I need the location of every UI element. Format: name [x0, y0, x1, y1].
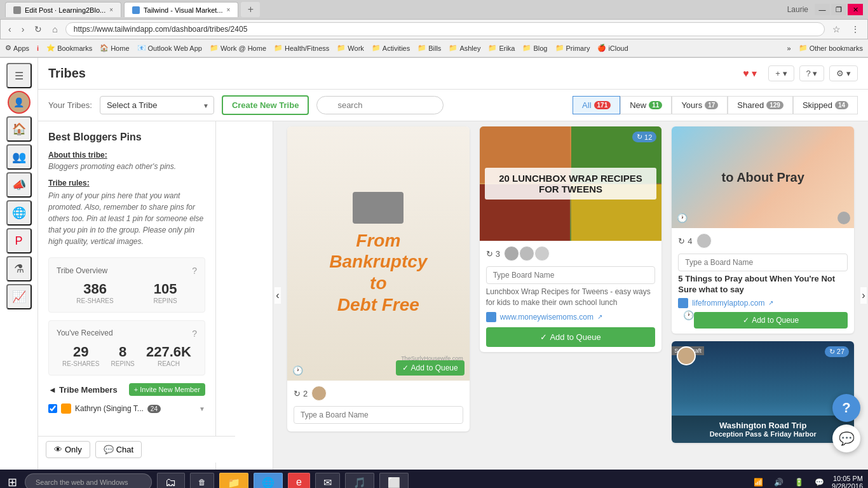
add-queue-btn-3[interactable]: ✓ Add to Queue: [694, 312, 848, 329]
bookmark-home[interactable]: 🏠 Home: [100, 44, 129, 52]
bookmark-bills[interactable]: 📁 Bills: [417, 44, 441, 52]
globe-nav-icon[interactable]: 🌐: [6, 200, 32, 226]
only-btn[interactable]: 👁 Only: [46, 441, 90, 458]
bookmark-work-home[interactable]: 📁 Work @ Home: [210, 44, 266, 52]
filter-tab-skipped[interactable]: Skipped 14: [793, 96, 858, 114]
overview-info-btn[interactable]: ?: [192, 266, 197, 276]
source-link-3[interactable]: lifefrommylaptop.com: [692, 299, 764, 308]
settings-nav-btn[interactable]: ⋮: [848, 23, 862, 36]
address-input[interactable]: [65, 22, 825, 36]
maximize-btn[interactable]: ❐: [831, 4, 846, 15]
user-label: Laurie: [787, 5, 808, 14]
reshare-count-2: ↻ 3: [486, 249, 500, 259]
reload-btn[interactable]: ↻: [32, 23, 44, 36]
tab-edit-post[interactable]: Edit Post · Learning2Blo... ×: [5, 2, 121, 17]
tab-close-tailwind[interactable]: ×: [227, 6, 231, 13]
taskbar-item-7[interactable]: 🎵: [345, 473, 374, 488]
member-arrow-icon: ▼: [199, 405, 205, 412]
megaphone-nav-icon[interactable]: 📣: [6, 172, 32, 198]
search-input[interactable]: [316, 96, 444, 114]
create-tribe-btn[interactable]: Create New Tribe: [222, 95, 309, 115]
bookmark-icloud[interactable]: 🍎 iCloud: [597, 44, 628, 52]
bookmark-outlook[interactable]: 📧 Outlook Web App: [137, 44, 202, 52]
new-tab-btn[interactable]: +: [241, 2, 260, 17]
add-queue-btn-2[interactable]: ✓ Add to Queue: [486, 327, 656, 347]
floating-help-btn[interactable]: ?: [832, 394, 860, 422]
taskbar-notification-icon[interactable]: 💬: [811, 475, 827, 488]
taskbar-search-box[interactable]: Search the web and Windows: [25, 473, 152, 488]
bookmark-bookmarks[interactable]: ⭐ Bookmarks: [46, 44, 92, 52]
reach-num: 227.6K: [146, 344, 191, 360]
favorites-btn[interactable]: ♥ ▾: [736, 65, 763, 82]
add-queue-btn-1[interactable]: ✓ Add to Queue: [396, 360, 465, 376]
taskbar-item-6[interactable]: ✉: [315, 473, 340, 488]
filter-tab-yours[interactable]: Yours 17: [672, 96, 728, 114]
tribe-about-label: About this tribe:: [48, 151, 205, 159]
taskbar-datetime: 10:05 PM 9/28/2016: [832, 475, 863, 488]
received-info-btn[interactable]: ?: [192, 329, 197, 339]
taskbar-item-1[interactable]: 🗂: [157, 473, 185, 488]
chat-btn[interactable]: 💬 Chat: [95, 441, 142, 458]
tab-tailwind[interactable]: Tailwind - Visual Market... ×: [124, 2, 238, 17]
bookmark-erika[interactable]: 📁 Erika: [488, 44, 515, 52]
bookmark-primary[interactable]: 📁 Primary: [555, 44, 590, 52]
add-btn[interactable]: + ▾: [768, 65, 794, 81]
taskbar-sound-icon[interactable]: 🔊: [771, 475, 786, 488]
user-avatar[interactable]: 👤: [8, 91, 31, 114]
calculator-img: [353, 192, 403, 224]
forward-btn[interactable]: ›: [19, 23, 27, 36]
board-input-2[interactable]: [486, 266, 656, 284]
member-checkbox[interactable]: [48, 404, 57, 413]
filter-tab-shared[interactable]: Shared 129: [728, 96, 793, 114]
reach-stat: 227.6K REACH: [146, 344, 191, 367]
invite-member-btn[interactable]: + Invite New Member: [129, 383, 205, 396]
board-input-3[interactable]: [678, 254, 848, 271]
settings-btn[interactable]: ⚙ ▾: [829, 65, 858, 81]
start-btn[interactable]: ⊞: [5, 473, 20, 488]
reshare-icon-3: ↻: [678, 236, 685, 246]
filter-tab-all[interactable]: All 171: [573, 96, 620, 114]
taskbar-item-8[interactable]: ⬜: [379, 473, 409, 488]
filter-nav-icon[interactable]: ⚗: [6, 256, 32, 281]
collapse-members-icon[interactable]: ◄: [48, 385, 57, 395]
bookmark-ashley[interactable]: 📁 Ashley: [449, 44, 480, 52]
taskbar-item-4[interactable]: 🌐: [254, 473, 283, 488]
taskbar-item-5[interactable]: e: [288, 473, 310, 488]
bookmark-health[interactable]: 📁 Health/Fitness: [274, 44, 329, 52]
col-nav-left-btn[interactable]: ‹: [275, 287, 280, 304]
bookmark-work[interactable]: 📁 Work: [337, 44, 363, 52]
bookmark-blog[interactable]: 📁 Blog: [522, 44, 547, 52]
taskbar-network-icon[interactable]: 📶: [750, 475, 766, 488]
content-area: Tribes ♥ ▾ + ▾ ? ▾ ⚙ ▾ Your Tribes: Sele…: [38, 58, 868, 470]
floating-chat-btn[interactable]: 💬: [832, 424, 860, 452]
minimize-btn[interactable]: —: [815, 4, 830, 15]
board-input-1[interactable]: [294, 406, 463, 424]
reshare-badge-2: ↻ 12: [632, 132, 656, 142]
bookmark-btn[interactable]: ☆: [830, 23, 843, 36]
filter-tab-new[interactable]: New 11: [620, 96, 672, 114]
source-link-2[interactable]: www.moneywisemoms.com: [500, 313, 593, 322]
home-nav-icon[interactable]: 🏠: [6, 116, 32, 142]
tribes-nav-icon[interactable]: 👥: [6, 144, 32, 170]
col-nav-right: ›: [859, 121, 868, 470]
tribe-select[interactable]: Select a Tribe: [100, 96, 214, 114]
bookmark-i[interactable]: i: [37, 44, 39, 52]
taskbar-item-2[interactable]: 🗑: [190, 473, 214, 488]
help-btn[interactable]: ? ▾: [799, 65, 825, 81]
taskbar-battery-icon[interactable]: 🔋: [791, 475, 806, 488]
repins-num: 105: [153, 281, 177, 297]
bookmark-apps[interactable]: ⚙ Apps: [5, 44, 29, 52]
back-btn[interactable]: ‹: [6, 23, 14, 36]
pinterest-nav-icon[interactable]: P: [6, 228, 32, 254]
bookmark-other[interactable]: 📁 Other bookmarks: [799, 44, 863, 52]
reshare-count-1: ↻ 2: [294, 389, 308, 398]
close-btn[interactable]: ✕: [848, 4, 863, 15]
hamburger-menu[interactable]: ☰: [6, 63, 32, 88]
tab-close-edit[interactable]: ×: [109, 6, 113, 13]
home-btn[interactable]: ⌂: [50, 23, 60, 36]
analytics-nav-icon[interactable]: 📈: [6, 284, 32, 309]
taskbar-item-3[interactable]: 📁: [219, 473, 248, 488]
my-reshares-num: 29: [62, 344, 99, 360]
bookmark-activities[interactable]: 📁 Activities: [372, 44, 410, 52]
col-nav-right-btn[interactable]: ›: [860, 287, 866, 304]
